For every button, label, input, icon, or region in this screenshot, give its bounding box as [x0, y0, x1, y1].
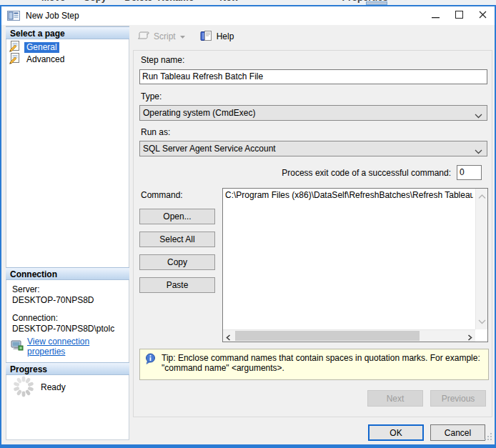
- progress-spinner-icon: [12, 375, 35, 400]
- exit-code-label: Process exit code of a successful comman…: [134, 168, 451, 178]
- select-a-page-header: Select a page: [6, 26, 129, 39]
- close-button[interactable]: [471, 6, 495, 25]
- connection-header: Connection: [6, 267, 129, 280]
- progress-status-text: Ready: [41, 382, 66, 400]
- sidebar-item-advanced[interactable]: Advanced: [9, 54, 66, 66]
- maximize-button[interactable]: [447, 6, 471, 25]
- progress-status: Ready: [12, 375, 66, 400]
- help-book-icon: [200, 30, 212, 44]
- previous-button[interactable]: Previous: [430, 390, 486, 407]
- run-as-label: Run as:: [141, 127, 170, 137]
- type-selected-value: Operating system (CmdExec): [143, 108, 255, 118]
- dialog-toolbar: Script Help: [133, 27, 238, 46]
- paste-button[interactable]: Paste: [139, 277, 215, 293]
- tip-box: Tip: Enclose command names that contain …: [139, 349, 489, 380]
- sidebar-item-general[interactable]: General: [9, 41, 59, 54]
- help-button[interactable]: Help: [196, 29, 239, 45]
- background-toolbar-text: Move Copy Delete Rename New Properties: [41, 0, 388, 3]
- select-all-button[interactable]: Select All: [139, 232, 215, 247]
- ok-button[interactable]: OK: [368, 424, 424, 441]
- page-icon: [9, 53, 21, 66]
- scroll-up-icon[interactable]: [478, 191, 486, 201]
- server-label: Server:: [12, 284, 40, 294]
- tip-line-1: Tip: Enclose command names that contain …: [162, 353, 484, 363]
- command-text: C:\Program Files (x86)\DataSelf\RefreshB…: [225, 190, 473, 327]
- minimize-button[interactable]: [424, 6, 447, 25]
- scroll-left-icon[interactable]: [226, 333, 231, 343]
- background-window-sliver: Move Copy Delete Rename New Properties: [0, 0, 496, 5]
- window-title: New Job Step: [26, 11, 79, 21]
- dialog-body: Select a page General: [1, 25, 495, 444]
- script-button[interactable]: Script: [133, 29, 190, 45]
- server-value: DESKTOP-70NPS8D: [12, 295, 94, 305]
- vertical-scrollbar[interactable]: [475, 189, 487, 329]
- sidebar: Select a page General: [6, 26, 129, 440]
- script-scroll-icon: [137, 30, 150, 44]
- type-label: Type:: [141, 91, 162, 101]
- cancel-button[interactable]: Cancel: [430, 424, 485, 441]
- general-page-panel: Step name: Run Tableau Refresh Batch Fil…: [133, 50, 492, 417]
- command-textarea[interactable]: C:\Program Files (x86)\DataSelf\RefreshB…: [222, 188, 488, 342]
- title-bar: New Job Step: [1, 6, 495, 25]
- chevron-down-icon: [475, 146, 482, 156]
- connection-monitor-icon: [11, 340, 24, 353]
- next-button[interactable]: Next: [367, 390, 423, 407]
- new-job-step-dialog: New Job Step Select a page: [0, 5, 496, 448]
- view-connection-properties[interactable]: View connection properties: [11, 337, 129, 357]
- scroll-right-icon[interactable]: [467, 333, 472, 343]
- exit-code-input[interactable]: 0: [457, 165, 482, 180]
- sidebar-item-label: General: [24, 42, 59, 53]
- step-name-label: Step name:: [141, 55, 184, 65]
- progress-header: Progress: [6, 362, 129, 375]
- script-dropdown-icon: [179, 31, 186, 41]
- connection-label: Connection:: [12, 313, 58, 323]
- maximize-icon: [455, 11, 463, 21]
- run-as-selected-value: SQL Server Agent Service Account: [143, 144, 276, 154]
- run-as-select[interactable]: SQL Server Agent Service Account: [139, 141, 487, 156]
- open-button[interactable]: Open...: [139, 209, 215, 224]
- tip-line-2: "command name" <arguments>.: [162, 363, 484, 373]
- connection-value: DESKTOP-70NPS8D\ptolc: [12, 324, 114, 334]
- type-select[interactable]: Operating system (CmdExec): [139, 105, 487, 121]
- chevron-down-icon: [475, 111, 482, 121]
- resize-grip-icon[interactable]: [483, 432, 492, 443]
- window-controls: [424, 6, 495, 25]
- script-label: Script: [154, 31, 176, 41]
- info-icon: [145, 353, 156, 367]
- copy-button[interactable]: Copy: [139, 254, 215, 270]
- help-label: Help: [217, 31, 234, 41]
- scroll-down-icon[interactable]: [478, 317, 486, 327]
- view-connection-properties-link[interactable]: View connection properties: [27, 337, 129, 357]
- horizontal-scrollbar[interactable]: [223, 329, 475, 342]
- job-step-window-icon: [7, 11, 20, 21]
- minimize-icon: [432, 11, 440, 21]
- sidebar-item-label: Advanced: [24, 54, 66, 65]
- step-name-input[interactable]: Run Tableau Refresh Batch File: [139, 69, 487, 84]
- command-label: Command:: [141, 190, 183, 200]
- close-icon: [479, 11, 487, 21]
- scrollbar-thumb[interactable]: [235, 331, 420, 341]
